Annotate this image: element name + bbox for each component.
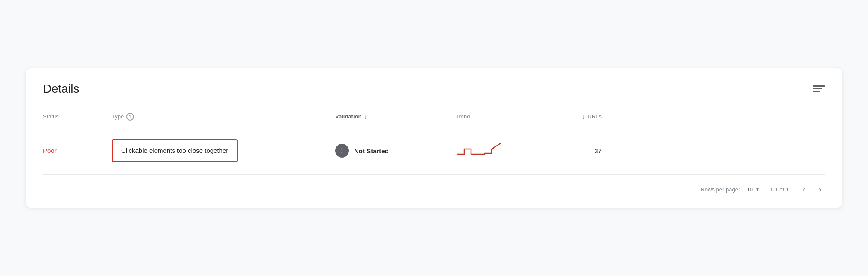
status-value: Poor — [43, 147, 57, 154]
exclamation-icon: ! — [335, 144, 349, 158]
col-header-validation: Validation ↓ — [335, 113, 455, 121]
validation-text: Not Started — [354, 147, 389, 155]
urls-value: 37 — [594, 147, 602, 155]
next-page-button[interactable]: › — [816, 183, 825, 196]
table-header: Status Type ? Validation ↓ Trend ↓ URLs — [43, 109, 825, 127]
urls-cell: 37 — [550, 147, 602, 155]
rows-per-page-dropdown-icon: ▼ — [755, 187, 760, 192]
rows-per-page-label: Rows per page: — [700, 186, 740, 193]
col-header-type: Type ? — [112, 113, 335, 121]
urls-sort-icon[interactable]: ↓ — [582, 113, 585, 120]
exclamation-mark: ! — [341, 147, 343, 154]
col-header-status: Status — [43, 113, 112, 121]
filter-line-3 — [813, 91, 820, 92]
rows-per-page-selector[interactable]: 10 ▼ — [747, 186, 760, 193]
col-header-urls: ↓ URLs — [550, 113, 602, 121]
details-card: Details Status Type ? Validation ↓ Trend — [26, 68, 842, 208]
pagination-row: Rows per page: 10 ▼ 1-1 of 1 ‹ › — [43, 175, 825, 196]
type-box: Clickable elements too close together — [112, 139, 238, 163]
rows-per-page-value: 10 — [747, 186, 753, 193]
type-cell: Clickable elements too close together — [112, 139, 335, 163]
filter-icon[interactable] — [813, 85, 825, 92]
col-header-trend: Trend — [455, 113, 550, 121]
card-header: Details — [43, 82, 825, 96]
status-cell: Poor — [43, 147, 112, 155]
filter-line-2 — [813, 88, 822, 90]
type-help-icon[interactable]: ? — [126, 113, 134, 121]
validation-cell: ! Not Started — [335, 144, 455, 158]
type-text: Clickable elements too close together — [121, 147, 228, 154]
trend-chart — [455, 141, 503, 160]
details-table: Status Type ? Validation ↓ Trend ↓ URLs … — [43, 109, 825, 175]
filter-line-1 — [813, 85, 825, 87]
trend-cell — [455, 141, 550, 160]
validation-sort-icon[interactable]: ↓ — [364, 113, 367, 120]
page-info: 1-1 of 1 — [770, 186, 789, 193]
table-row: Poor Clickable elements too close togeth… — [43, 127, 825, 175]
page-title: Details — [43, 82, 79, 96]
prev-page-button[interactable]: ‹ — [799, 183, 809, 196]
